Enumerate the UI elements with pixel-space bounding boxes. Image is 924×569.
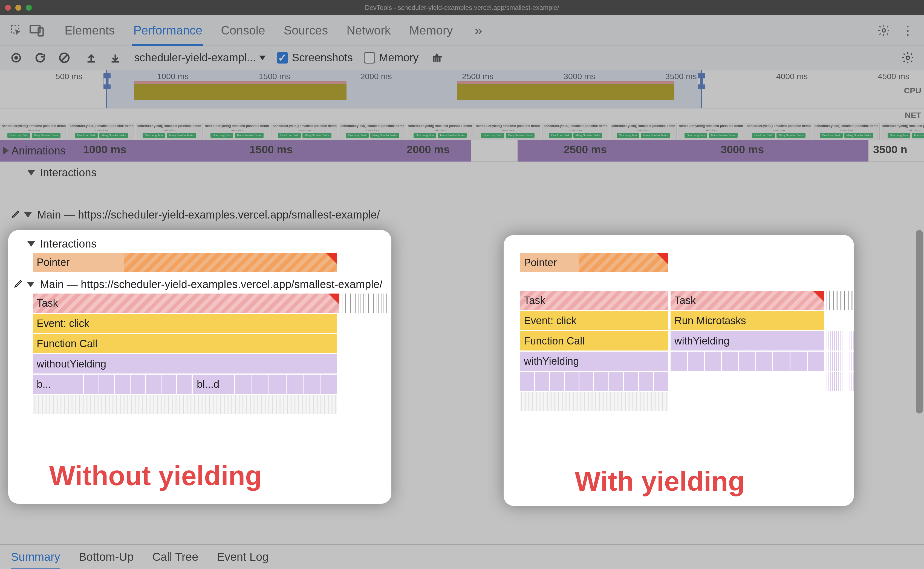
svg-point-3 <box>882 29 885 32</box>
main-thread-label: Main — https://scheduler-yield-examples.… <box>40 278 382 291</box>
flame-task[interactable]: Task <box>520 291 668 310</box>
performance-toolbar: scheduler-yield-exampl... ✓ Screenshots … <box>0 46 924 70</box>
animations-track-1[interactable]: Animations <box>0 140 471 161</box>
flame-event-click[interactable]: Event: click <box>33 314 337 333</box>
chevron-down-icon <box>24 212 32 218</box>
thumb-title: scheduler.yield() smallest possible demo <box>205 124 269 128</box>
tab-summary[interactable]: Summary <box>11 545 60 569</box>
flame-label: Task <box>524 295 545 306</box>
flame-purple-slivers <box>68 374 191 394</box>
flame-with-yielding[interactable]: withYielding <box>671 331 824 350</box>
fullscreen-window-icon[interactable] <box>26 5 32 11</box>
flame-label: Run Microtasks <box>674 315 746 327</box>
tab-bottom-up[interactable]: Bottom-Up <box>79 545 134 569</box>
chevron-down-icon <box>27 241 35 247</box>
edit-pencil-icon[interactable] <box>14 278 24 291</box>
expand-right-icon <box>3 147 9 154</box>
upload-profile-icon[interactable] <box>83 50 99 66</box>
overview-tick: 4000 ms <box>776 72 808 81</box>
thumb-btn-1: One Long Task <box>414 133 436 138</box>
more-tabs-icon[interactable]: » <box>470 23 486 38</box>
chevron-down-icon <box>27 282 35 287</box>
main-thread-label: Main — https://scheduler-yield-examples.… <box>37 208 380 221</box>
tab-call-tree[interactable]: Call Tree <box>152 545 198 569</box>
profile-dropdown[interactable]: scheduler-yield-exampl... <box>134 52 266 64</box>
thumb-btn-2: Many Smaller Tasks <box>709 133 737 138</box>
interactions-header[interactable]: Interactions <box>0 161 924 181</box>
thumb-instructions: Instructions <box>95 129 108 132</box>
thumb-btn-2: Many Smaller Tasks <box>574 133 602 138</box>
flame-event-click[interactable]: Event: click <box>520 311 668 330</box>
download-profile-icon[interactable] <box>107 50 123 66</box>
overview-tick: 4500 ms <box>878 72 909 81</box>
svg-point-5 <box>14 56 18 59</box>
flame-purple-slivers <box>827 351 854 371</box>
thumb-instructions: Instructions <box>28 129 40 132</box>
reload-record-icon[interactable] <box>32 50 48 66</box>
traffic-lights <box>5 5 32 11</box>
clear-icon[interactable] <box>56 50 72 66</box>
flame-system-row[interactable] <box>520 392 668 411</box>
tab-elements[interactable]: Elements <box>64 15 116 46</box>
overview-timeline[interactable]: 500 ms1000 ms1500 ms2000 ms2500 ms3000 m… <box>0 70 924 108</box>
flame-block-trunc2[interactable]: bl...d <box>193 374 234 394</box>
cpu-activity-top <box>134 81 346 84</box>
red-corner-icon <box>328 294 339 304</box>
record-icon[interactable] <box>8 50 24 66</box>
chevron-down-icon <box>259 56 266 60</box>
edit-pencil-icon[interactable] <box>11 208 21 221</box>
flame-system-row[interactable] <box>33 395 337 414</box>
flame-pointer[interactable]: Pointer <box>33 253 337 272</box>
flame-run-microtasks[interactable]: Run Microtasks <box>671 311 824 330</box>
thumb-title: scheduler.yield() smallest possible demo <box>408 124 472 128</box>
main-thread-header[interactable]: Main — https://scheduler-yield-examples.… <box>0 204 924 224</box>
thumb-title: scheduler.yield() smallest possible demo <box>747 124 811 128</box>
thumb-btn-1: One Long Task <box>481 133 504 138</box>
flame-with-yielding[interactable]: withYielding <box>520 351 668 371</box>
vertical-scrollbar-thumb[interactable] <box>916 230 923 414</box>
ruler-tick: 3500 n <box>873 143 907 156</box>
panel-settings-gear-icon[interactable] <box>900 50 916 66</box>
flame-task[interactable]: Task <box>671 291 824 310</box>
flame-pointer[interactable]: Pointer <box>520 253 668 272</box>
memory-checkbox[interactable]: Memory <box>364 52 419 64</box>
interactions-header[interactable]: Interactions <box>8 233 391 253</box>
kebab-menu-icon[interactable]: ⋮ <box>900 23 916 38</box>
thumb-btn-2: Many Smaller Tasks <box>641 133 670 138</box>
minimize-window-icon[interactable] <box>15 5 21 11</box>
screenshots-checkbox[interactable]: ✓ Screenshots <box>277 52 353 64</box>
device-toolbar-icon[interactable] <box>29 23 45 38</box>
close-window-icon[interactable] <box>5 5 11 11</box>
flame-block-trunc[interactable]: b... <box>33 374 68 394</box>
thumb-btn-1: One Long Task <box>143 133 165 138</box>
ruler-tick: 1500 ms <box>250 143 293 156</box>
tab-event-log[interactable]: Event Log <box>217 545 269 569</box>
animations-label: Animations <box>12 145 66 157</box>
thumb-btn-2: Many Smaller Tasks <box>912 133 924 138</box>
collect-garbage-icon[interactable] <box>429 50 445 66</box>
thumb-title: scheduler.yield() smallest possible demo <box>476 124 540 128</box>
settings-gear-icon[interactable] <box>876 23 892 38</box>
thumb-btn-2: Many Smaller Tasks <box>438 133 467 138</box>
flame-without-yielding[interactable]: withoutYielding <box>33 354 337 373</box>
tab-sources[interactable]: Sources <box>283 15 329 46</box>
cpu-track <box>0 84 924 103</box>
tab-performance[interactable]: Performance <box>132 15 203 46</box>
thumb-instructions: Instructions <box>502 129 514 132</box>
screenshots-label: Screenshots <box>292 52 353 64</box>
flame-function-call[interactable]: Function Call <box>33 334 337 353</box>
window-titlebar: DevTools - scheduler-yield-examples.verc… <box>0 0 924 15</box>
flame-task[interactable]: Task <box>33 294 339 313</box>
flame-function-call[interactable]: Function Call <box>520 331 668 350</box>
thumb-instructions: Instructions <box>434 129 446 132</box>
annotation-with-yielding: With yielding <box>575 466 745 497</box>
cpu-activity-top <box>457 81 674 84</box>
tab-memory[interactable]: Memory <box>408 15 454 46</box>
tab-console[interactable]: Console <box>220 15 266 46</box>
flame-label: withoutYielding <box>37 358 106 370</box>
tab-network[interactable]: Network <box>345 15 391 46</box>
flame-label: Task <box>37 297 58 309</box>
thumb-btn-2: Many Smaller Tasks <box>302 133 331 138</box>
main-thread-header[interactable]: Main — https://scheduler-yield-examples.… <box>8 273 391 294</box>
inspect-element-icon[interactable] <box>8 23 24 38</box>
